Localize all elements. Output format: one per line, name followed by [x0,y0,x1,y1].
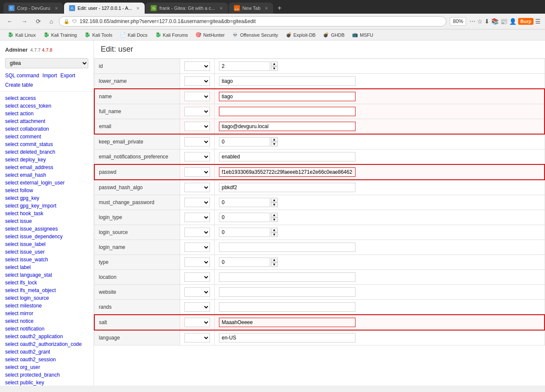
sidebar-item-link[interactable]: select org_user [5,364,40,370]
field-dropdown-website[interactable] [184,287,210,297]
sidebar-item-link[interactable]: select issue [5,218,32,224]
sidebar-item-link[interactable]: select lfs_lock [5,280,37,286]
field-input-login_source[interactable] [219,228,270,237]
sidebar-item-link[interactable]: select deploy_key [5,157,46,163]
db-selector[interactable]: gitea [0,56,93,71]
spinner-up-type[interactable]: ▲ [271,257,278,262]
field-input-full_name[interactable] [219,107,356,116]
field-dropdown-login_name[interactable] [184,243,210,252]
field-input-id[interactable] [219,61,270,71]
field-input-login_type[interactable] [219,213,270,222]
sidebar-item-link[interactable]: select login_source [5,295,49,301]
field-dropdown-type[interactable] [184,257,210,267]
extensions-button[interactable]: ⋯ [469,18,475,25]
sidebar-item-link[interactable]: select gpg_key_import [5,203,56,209]
reader-mode[interactable]: 📰 [500,18,507,25]
sidebar-item-link[interactable]: select action [5,111,34,117]
field-dropdown-location[interactable] [184,272,210,282]
sidebar-item-link[interactable]: select external_login_user [5,180,64,186]
forward-button[interactable]: → [19,17,30,26]
db-select[interactable]: gitea [5,58,88,68]
field-input-website[interactable] [219,287,356,297]
field-input-language[interactable] [219,333,356,342]
spinner-down-must_change_password[interactable]: ▼ [271,202,278,207]
bookmark-kali-forums[interactable]: 🐉 Kali Forums [152,31,192,38]
field-input-type[interactable] [219,257,270,267]
sidebar-item-link[interactable]: select protected_branch [5,372,60,378]
spinner-up-login_type[interactable]: ▲ [271,213,278,217]
bookmark-kali-docs[interactable]: 📄 Kali Docs [117,31,151,38]
field-input-lower_name[interactable] [219,76,356,86]
sidebar-item-link[interactable]: select issue_user [5,249,45,255]
bookmark-kali-training[interactable]: 🐉 Kali Training [40,31,81,38]
tab-frank-gitea[interactable]: G frank - Gitea: Git with a c... ✕ [146,3,227,14]
tab-close-edit[interactable]: ✕ [136,6,140,11]
sidebar-item-link[interactable]: select hook_task [5,211,43,216]
profile-button[interactable]: 👤 [509,18,516,25]
sidebar-item-link[interactable]: select notice [5,318,34,324]
bookmark-kali-tools[interactable]: 🐉 Kali Tools [81,31,116,38]
field-input-salt[interactable] [219,318,356,327]
sidebar-item-link[interactable]: select access [5,95,36,101]
tab-new-tab[interactable]: 🦊 New Tab ✕ [229,3,274,14]
field-dropdown-lower_name[interactable] [184,76,210,86]
field-input-email[interactable] [219,122,356,131]
download-button[interactable]: ⬇ [484,18,490,25]
field-input-rands[interactable] [219,302,356,312]
sidebar-item-link[interactable]: select issue_label [5,241,46,247]
bookmark-nethunter[interactable]: 🎯 NetHunter [192,31,228,38]
sidebar-item-link[interactable]: select issue_dependency [5,234,63,240]
address-bar[interactable]: 🔒 🛡 192.168.0.65/adminer.php?server=127.… [59,16,446,26]
sidebar-item-link[interactable]: select public_key [5,380,44,386]
field-dropdown-full_name[interactable] [184,107,210,116]
field-dropdown-language[interactable] [184,333,210,342]
sidebar-item-link[interactable]: select language_stat [5,272,52,278]
spinner-down-type[interactable]: ▼ [271,262,278,267]
sidebar-item-link[interactable]: select deleted_branch [5,149,55,155]
tab-close-newtab[interactable]: ✕ [265,6,268,11]
sidebar-item-link[interactable]: select mirror [5,310,33,316]
sidebar-item-link[interactable]: select gpg_key [5,195,39,201]
field-dropdown-login_source[interactable] [184,228,210,237]
sidebar-item-link[interactable]: select label [5,264,31,270]
bookmark-ghdb[interactable]: 💣 GHDB [320,31,348,38]
field-dropdown-login_type[interactable] [184,213,210,222]
bookmark-exploit-db[interactable]: 💣 Exploit-DB [283,31,319,38]
sidebar-item-link[interactable]: select email_address [5,164,53,170]
sidebar-item-link[interactable]: select oauth2_authorization_code [5,341,82,347]
field-dropdown-keep_email_private[interactable] [184,137,210,146]
sidebar-item-link[interactable]: select follow [5,187,33,193]
bookmark-msfu[interactable]: 📺 MSFU [349,31,376,38]
sidebar-item-link[interactable]: select commit_status [5,141,53,147]
sidebar-item-link[interactable]: select milestone [5,303,42,309]
field-dropdown-email[interactable] [184,122,210,131]
sidebar-item-link[interactable]: select issue_assignees [5,226,58,232]
field-dropdown-email_notifications_preference[interactable] [184,152,210,161]
home-button[interactable]: ⌂ [47,17,55,26]
spinner-up-must_change_password[interactable]: ▲ [271,198,278,202]
sql-command-link[interactable]: SQL command [5,73,39,79]
sidebar-item-link[interactable]: select issue_watch [5,257,48,263]
sidebar-item-link[interactable]: select oauth2_session [5,357,56,363]
field-input-must_change_password[interactable] [219,198,270,207]
menu-button[interactable]: ☰ [535,18,541,25]
sidebar-item-link[interactable]: select oauth2_grant [5,349,50,355]
export-link[interactable]: Export [61,73,76,79]
bookmark-offensive-security[interactable]: 💀 Offensive Security [229,31,281,38]
field-input-email_notifications_preference[interactable] [219,152,356,161]
spinner-up-keep_email_private[interactable]: ▲ [271,137,278,142]
sidebar-item-link[interactable]: select comment [5,134,41,140]
spinner-down-login_type[interactable]: ▼ [271,217,278,222]
field-dropdown-id[interactable] [184,61,210,71]
field-dropdown-must_change_password[interactable] [184,198,210,207]
tab-edit-user[interactable]: A Edit: user - 127.0.0.1 - A... ✕ [64,3,145,14]
sidebar-item-link[interactable]: select notification [5,326,44,332]
back-button[interactable]: ← [4,17,15,26]
spinner-down-id[interactable]: ▼ [271,66,278,71]
field-input-name[interactable] [219,92,356,101]
field-dropdown-passwd_hash_algo[interactable] [184,183,210,192]
field-input-login_name[interactable] [219,243,356,252]
field-dropdown-name[interactable] [184,92,210,101]
spinner-down-keep_email_private[interactable]: ▼ [271,142,278,146]
field-dropdown-passwd[interactable] [184,167,210,177]
